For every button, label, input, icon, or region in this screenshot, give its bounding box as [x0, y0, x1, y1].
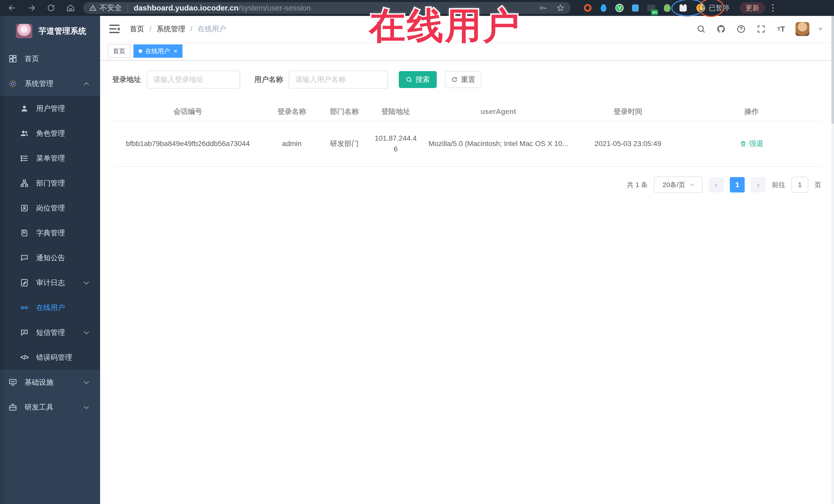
profile-paused-chip[interactable]: 已暂停 — [697, 3, 729, 13]
sidebar-item-dev-tools[interactable]: 研发工具 — [0, 395, 100, 420]
reset-button-label: 重置 — [461, 75, 475, 84]
col-login-time: 登录时间 — [574, 103, 682, 121]
sidebar-item-post-management[interactable]: 岗位管理 — [0, 196, 100, 220]
sidebar-item-label: 错误码管理 — [36, 353, 72, 363]
address-bar[interactable]: 不安全 dashboard.yudao.iocoder.cn /system/u… — [83, 2, 571, 14]
caret-down-icon[interactable] — [818, 28, 823, 33]
col-user-agent: userAgent — [423, 103, 574, 121]
sidebar-item-error-code[interactable]: </> 错误码管理 — [0, 345, 100, 370]
app-title: 芋道管理系统 — [39, 26, 86, 37]
app-header: 首页 / 系统管理 / 在线用户 TT — [100, 16, 834, 42]
sidebar-item-sms-management[interactable]: 短信管理 — [0, 320, 100, 345]
breadcrumb-system[interactable]: 系统管理 — [156, 24, 185, 34]
sidebar-item-label: 角色管理 — [36, 129, 65, 138]
sidebar-item-label: 字典管理 — [36, 228, 65, 238]
password-key-icon[interactable] — [539, 4, 547, 12]
extension-badge: sn — [651, 9, 658, 15]
extensions-row: V sn — [583, 3, 688, 13]
pagination-total: 共 1 条 — [627, 180, 648, 190]
goto-label: 前往 — [772, 180, 785, 190]
home-icon — [8, 54, 18, 63]
sidebar-item-online-users[interactable]: 在线用户 — [0, 295, 100, 320]
not-secure-icon — [89, 4, 96, 12]
user-icon — [20, 104, 29, 113]
search-icon[interactable] — [696, 23, 707, 35]
window-scrollbar[interactable] — [831, 16, 834, 504]
sidebar-item-menu-management[interactable]: 菜单管理 — [0, 146, 100, 171]
font-size-icon[interactable]: TT — [775, 23, 787, 35]
close-icon[interactable]: × — [174, 48, 177, 54]
filter-form: 登录地址 用户名称 搜索 重置 — [112, 70, 821, 89]
sidebar-item-role-management[interactable]: 角色管理 — [0, 121, 100, 146]
sidebar-item-home[interactable]: 首页 — [0, 46, 100, 71]
pagination: 共 1 条 20条/页 ‹ 1 › 前往 页 — [112, 177, 821, 193]
current-page-button[interactable]: 1 — [730, 177, 745, 193]
extension-blue-drop-icon[interactable] — [599, 3, 608, 13]
username-input[interactable] — [289, 70, 388, 89]
cell-login-addr: 101.87.244.46 — [369, 121, 423, 167]
search-button[interactable]: 搜索 — [399, 71, 437, 88]
col-session-id: 会话编号 — [112, 103, 264, 121]
page-unit-label: 页 — [814, 180, 821, 190]
login-address-input[interactable] — [147, 70, 240, 89]
browser-menu-icon[interactable] — [772, 4, 774, 12]
book-icon — [20, 228, 29, 238]
system-submenu: 用户管理 角色管理 菜单管理 部门管理 — [0, 96, 100, 370]
extension-dark-icon[interactable]: sn — [647, 3, 656, 13]
reset-button[interactable]: 重置 — [445, 71, 481, 88]
col-dept: 部门名称 — [320, 103, 369, 121]
scrollbar-thumb[interactable] — [831, 16, 834, 124]
browser-forward-button[interactable] — [27, 3, 37, 13]
chevron-up-icon — [84, 82, 89, 88]
sidebar-collapse-icon[interactable] — [109, 25, 119, 34]
sidebar-item-label: 首页 — [25, 54, 39, 64]
sidebar-item-label: 研发工具 — [25, 402, 53, 412]
extension-person-icon[interactable] — [663, 3, 672, 13]
extension-blue-icon[interactable] — [631, 3, 640, 13]
github-icon[interactable] — [716, 23, 727, 35]
browser-home-button[interactable] — [66, 3, 75, 13]
force-logout-button[interactable]: 强退 — [740, 139, 764, 149]
url-path: /system/user-session — [238, 4, 311, 12]
gear-icon — [8, 79, 18, 88]
fullscreen-icon[interactable] — [755, 23, 767, 35]
browser-toolbar: 不安全 dashboard.yudao.iocoder.cn /system/u… — [0, 0, 834, 16]
sidebar-item-system-management[interactable]: 系统管理 — [0, 71, 100, 96]
extension-puzzle-icon[interactable] — [679, 3, 688, 13]
code-icon: </> — [20, 353, 29, 362]
cell-actions: 强退 — [682, 121, 821, 167]
page-size-select[interactable]: 20条/页 — [654, 177, 703, 193]
smiley-avatar-icon — [697, 4, 705, 12]
sidebar-item-notice[interactable]: 通知公告 — [0, 245, 100, 270]
sidebar-item-user-management[interactable]: 用户管理 — [0, 96, 100, 121]
extension-orange-icon[interactable] — [583, 3, 592, 13]
screen: 不安全 dashboard.yudao.iocoder.cn /system/u… — [0, 0, 834, 504]
tab-home[interactable]: 首页 — [108, 44, 130, 58]
sidebar-item-dept-management[interactable]: 部门管理 — [0, 171, 100, 196]
sidebar-item-label: 在线用户 — [36, 303, 65, 312]
trash-icon — [740, 140, 746, 147]
avatar[interactable] — [795, 22, 809, 36]
prev-page-button[interactable]: ‹ — [709, 177, 724, 193]
sidebar-item-infrastructure[interactable]: 基础设施 — [0, 370, 100, 395]
tags-view-bar: 首页 在线用户 × — [100, 42, 834, 61]
bookmark-star-icon[interactable] — [556, 4, 565, 12]
page-size-value: 20条/页 — [663, 180, 685, 190]
page-content: 登录地址 用户名称 搜索 重置 — [100, 61, 834, 193]
breadcrumb-home[interactable]: 首页 — [130, 24, 144, 34]
sidebar-item-label: 基础设施 — [25, 377, 53, 387]
next-page-button[interactable]: › — [751, 177, 766, 193]
sidebar-item-audit-log[interactable]: 审计日志 — [0, 270, 100, 295]
app-logo-row[interactable]: 芋道管理系统 — [0, 16, 100, 46]
sidebar: 芋道管理系统 首页 系统管理 用户管理 — [0, 16, 100, 504]
extension-green-check-icon[interactable]: V — [615, 3, 624, 13]
goto-page-input[interactable] — [791, 177, 808, 193]
browser-update-button[interactable]: 更新 — [740, 2, 765, 14]
tab-online-users[interactable]: 在线用户 × — [133, 44, 182, 58]
sidebar-item-dict-management[interactable]: 字典管理 — [0, 220, 100, 245]
browser-reload-button[interactable] — [46, 3, 56, 13]
chevron-down-icon — [84, 329, 89, 334]
browser-back-button[interactable] — [7, 3, 17, 13]
link-icon — [20, 303, 29, 312]
help-icon[interactable] — [736, 23, 747, 35]
